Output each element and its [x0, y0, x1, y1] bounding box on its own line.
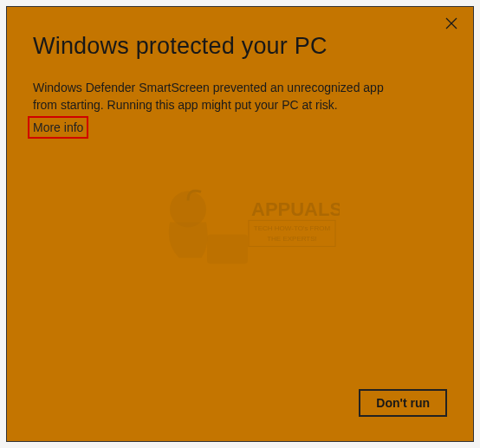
svg-point-2 — [171, 192, 205, 226]
svg-rect-3 — [208, 235, 247, 263]
dialog-title: Windows protected your PC — [33, 33, 447, 60]
more-info-link[interactable]: More info — [33, 120, 83, 134]
close-icon[interactable] — [445, 17, 457, 29]
svg-rect-5 — [249, 220, 335, 246]
dialog-button-row: Don't run — [359, 389, 447, 417]
dialog-body-text: Windows Defender SmartScreen prevented a… — [33, 79, 397, 114]
svg-text:APPUALS: APPUALS — [251, 198, 340, 220]
svg-text:THE EXPERTS!: THE EXPERTS! — [267, 235, 317, 243]
dont-run-button[interactable]: Don't run — [359, 389, 447, 417]
smartscreen-dialog: Windows protected your PC Windows Defend… — [6, 6, 474, 442]
more-info-highlight: More info — [28, 116, 88, 139]
svg-text:TECH HOW-TO's FROM: TECH HOW-TO's FROM — [254, 224, 331, 232]
watermark-logo: APPUALS TECH HOW-TO's FROM THE EXPERTS! — [140, 174, 340, 278]
